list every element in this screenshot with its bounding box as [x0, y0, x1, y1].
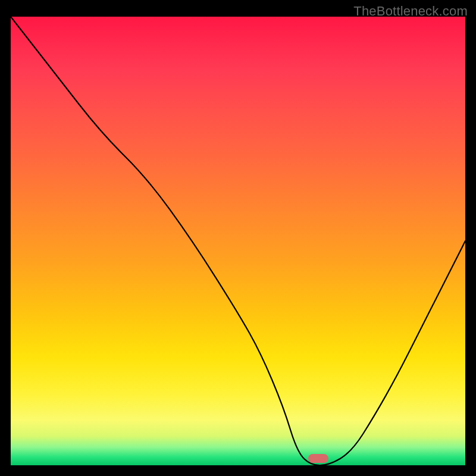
- watermark-text: TheBottleneck.com: [353, 4, 468, 19]
- chart-frame: TheBottleneck.com: [0, 0, 476, 476]
- bottleneck-curve: [11, 17, 465, 465]
- plot-area: [11, 17, 465, 465]
- optimum-marker: [308, 454, 328, 463]
